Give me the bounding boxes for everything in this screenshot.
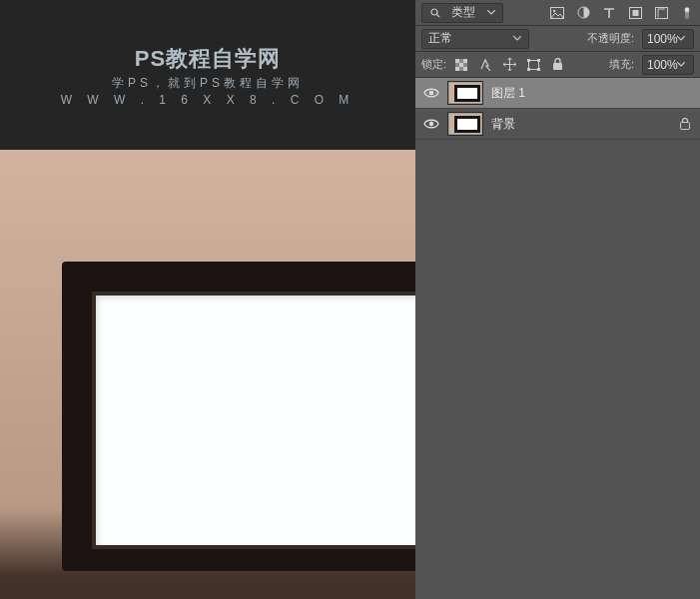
filter-toggle-icon[interactable] [680, 6, 694, 20]
watermark-url: W W W . 1 6 X X 8 . C O M [0, 92, 415, 109]
contrast-filter-icon[interactable] [576, 6, 590, 20]
svg-rect-12 [463, 59, 467, 63]
layer-name: 背景 [491, 116, 515, 133]
lock-position-icon[interactable] [502, 58, 516, 72]
svg-rect-14 [455, 67, 459, 71]
lock-label: 锁定: [421, 57, 446, 72]
fill-value: 100% [647, 58, 677, 72]
lock-icon [678, 117, 692, 131]
fill-input[interactable]: 100% [642, 55, 694, 75]
fill-label: 填充: [609, 57, 634, 72]
lock-icons [454, 58, 564, 72]
filter-row: 类型 [415, 0, 700, 26]
svg-rect-13 [459, 63, 463, 67]
picture-frame [62, 262, 415, 571]
svg-point-0 [431, 9, 437, 15]
layer-type-filter[interactable]: 类型 [421, 3, 503, 23]
image-filter-icon[interactable] [550, 6, 564, 20]
chevron-down-icon [510, 36, 524, 41]
watermark-subtitle: 学PS，就到PS教程自学网 [0, 75, 415, 92]
opacity-input[interactable]: 100% [642, 29, 694, 49]
lock-all-icon[interactable] [550, 58, 564, 72]
shape-filter-icon[interactable] [628, 6, 642, 20]
layer-item[interactable]: 图层 1 [415, 78, 700, 109]
canvas-area: PS教程自学网 学PS，就到PS教程自学网 W W W . 1 6 X X 8 … [0, 0, 415, 599]
svg-point-3 [553, 9, 555, 11]
lock-row: 锁定: 填充: [415, 52, 700, 78]
picture-frame-inner [92, 292, 415, 549]
layer-list: 图层 1 背景 [415, 78, 700, 599]
layer-name: 图层 1 [491, 85, 525, 102]
layer-thumbnail[interactable] [447, 112, 483, 136]
filter-icons [550, 6, 694, 20]
layers-panel: 类型 [415, 0, 700, 599]
watermark: PS教程自学网 学PS，就到PS教程自学网 W W W . 1 6 X X 8 … [0, 44, 415, 108]
smart-filter-icon[interactable] [654, 6, 668, 20]
svg-rect-19 [527, 68, 530, 71]
blend-row: 正常 不透明度: 100% [415, 26, 700, 52]
svg-point-23 [429, 122, 433, 126]
svg-rect-20 [537, 68, 540, 71]
svg-rect-11 [455, 59, 459, 63]
svg-rect-15 [463, 67, 467, 71]
filter-label: 类型 [451, 4, 475, 21]
svg-line-1 [436, 14, 439, 17]
search-icon [428, 6, 442, 20]
lock-image-icon[interactable] [478, 58, 492, 72]
svg-point-9 [685, 7, 690, 12]
layer-item[interactable]: 背景 [415, 109, 700, 140]
blend-mode-value: 正常 [428, 30, 452, 47]
visibility-toggle[interactable] [423, 85, 439, 101]
text-filter-icon[interactable] [602, 6, 616, 20]
photo-area [0, 150, 415, 599]
svg-rect-18 [537, 59, 540, 62]
opacity-value: 100% [647, 32, 677, 46]
svg-rect-6 [632, 10, 638, 16]
chevron-down-icon [677, 62, 691, 67]
lock-artboard-icon[interactable] [526, 58, 540, 72]
svg-rect-24 [681, 123, 690, 130]
chevron-down-icon [677, 36, 691, 41]
lock-transparency-icon[interactable] [454, 58, 468, 72]
svg-rect-21 [553, 63, 562, 70]
opacity-label: 不透明度: [587, 31, 634, 46]
watermark-title: PS教程自学网 [0, 44, 415, 75]
layer-thumbnail[interactable] [447, 81, 483, 105]
chevron-down-icon [484, 10, 498, 15]
svg-rect-17 [527, 59, 530, 62]
svg-point-22 [429, 91, 433, 95]
visibility-toggle[interactable] [423, 116, 439, 132]
blend-mode-select[interactable]: 正常 [421, 29, 529, 49]
